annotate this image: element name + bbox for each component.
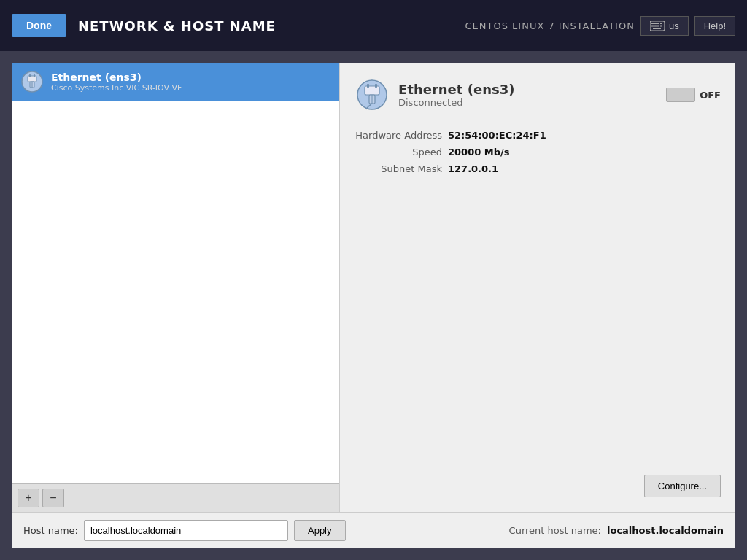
svg-rect-12 bbox=[29, 74, 31, 77]
network-list: Ethernet (ens3) Cisco Systems Inc VIC SR… bbox=[12, 63, 339, 483]
svg-rect-13 bbox=[34, 74, 35, 77]
bottom-bar: Host name: Apply Current host name: loca… bbox=[12, 512, 735, 548]
network-item-name: Ethernet (ens3) bbox=[51, 71, 182, 83]
ethernet-icon bbox=[20, 70, 44, 93]
toggle-track[interactable] bbox=[666, 88, 695, 102]
hardware-address-value: 52:54:00:EC:24:F1 bbox=[448, 130, 546, 141]
eth-detail-icon bbox=[355, 77, 390, 112]
hardware-address-row: Hardware Address 52:54:00:EC:24:F1 bbox=[355, 130, 721, 141]
svg-rect-2 bbox=[654, 23, 657, 24]
current-host-label: Current host name: bbox=[509, 525, 601, 536]
current-host-value: localhost.localdomain bbox=[607, 525, 724, 536]
eth-device-name: Ethernet (ens3) bbox=[398, 82, 657, 97]
subnet-mask-label: Subnet Mask bbox=[355, 163, 442, 174]
apply-button[interactable]: Apply bbox=[294, 520, 346, 541]
right-panel: Ethernet (ens3) Disconnected OFF Hardwar… bbox=[340, 63, 735, 512]
eth-title-area: Ethernet (ens3) Disconnected bbox=[398, 82, 657, 108]
done-button[interactable]: Done bbox=[12, 14, 66, 37]
keyboard-icon bbox=[650, 21, 665, 31]
subnet-mask-value: 127.0.0.1 bbox=[448, 163, 498, 174]
speed-value: 20000 Mb/s bbox=[448, 147, 509, 158]
main-content: Ethernet (ens3) Cisco Systems Inc VIC SR… bbox=[12, 63, 735, 548]
speed-row: Speed 20000 Mb/s bbox=[355, 147, 721, 158]
hostname-label: Host name: bbox=[23, 525, 78, 536]
help-button[interactable]: Help! bbox=[694, 16, 735, 36]
remove-network-button[interactable]: − bbox=[42, 489, 64, 508]
svg-rect-1 bbox=[651, 23, 654, 24]
install-title: CENTOS LINUX 7 INSTALLATION bbox=[465, 20, 635, 31]
svg-rect-18 bbox=[367, 84, 369, 88]
left-panel: Ethernet (ens3) Cisco Systems Inc VIC SR… bbox=[12, 63, 340, 512]
keyboard-button[interactable]: us bbox=[640, 16, 689, 36]
configure-row: Configure... bbox=[355, 463, 721, 497]
svg-rect-17 bbox=[365, 86, 379, 95]
header-right: CENTOS LINUX 7 INSTALLATION us Help! bbox=[465, 16, 735, 36]
network-item-subtitle: Cisco Systems Inc VIC SR-IOV VF bbox=[51, 83, 182, 93]
toggle-container[interactable]: OFF bbox=[666, 88, 721, 102]
keyboard-lang-label: us bbox=[669, 20, 679, 31]
svg-rect-3 bbox=[657, 23, 659, 24]
content-area: Ethernet (ens3) Cisco Systems Inc VIC SR… bbox=[12, 63, 735, 512]
svg-rect-6 bbox=[654, 25, 657, 26]
page-title: NETWORK & HOST NAME bbox=[78, 18, 276, 34]
header: Done NETWORK & HOST NAME CENTOS LINUX 7 … bbox=[0, 0, 747, 51]
list-toolbar: + − bbox=[12, 483, 339, 512]
subnet-mask-row: Subnet Mask 127.0.0.1 bbox=[355, 163, 721, 174]
svg-rect-9 bbox=[653, 28, 661, 29]
current-host-section: Current host name: localhost.localdomain bbox=[509, 525, 724, 536]
network-item-ens3[interactable]: Ethernet (ens3) Cisco Systems Inc VIC SR… bbox=[12, 63, 339, 101]
eth-details: Hardware Address 52:54:00:EC:24:F1 Speed… bbox=[355, 130, 721, 174]
hostname-input[interactable] bbox=[84, 520, 288, 541]
svg-rect-8 bbox=[660, 25, 662, 26]
add-network-button[interactable]: + bbox=[18, 489, 39, 508]
configure-button[interactable]: Configure... bbox=[644, 475, 721, 497]
hardware-address-label: Hardware Address bbox=[355, 130, 442, 141]
svg-rect-5 bbox=[651, 25, 654, 26]
svg-rect-19 bbox=[375, 84, 377, 88]
toggle-label: OFF bbox=[700, 90, 721, 101]
network-item-info: Ethernet (ens3) Cisco Systems Inc VIC SR… bbox=[51, 71, 182, 93]
eth-header: Ethernet (ens3) Disconnected OFF bbox=[355, 77, 721, 112]
speed-label: Speed bbox=[355, 147, 442, 158]
svg-rect-7 bbox=[657, 25, 659, 26]
svg-rect-11 bbox=[28, 76, 36, 82]
svg-rect-4 bbox=[660, 23, 662, 24]
eth-device-status: Disconnected bbox=[398, 97, 657, 108]
header-left: Done NETWORK & HOST NAME bbox=[12, 14, 276, 37]
